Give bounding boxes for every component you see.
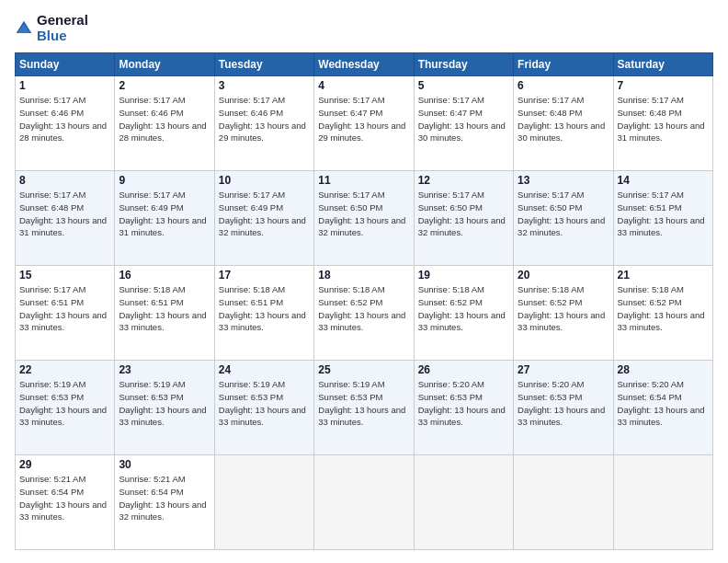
day-info: Sunrise: 5:19 AM Sunset: 6:53 PM Dayligh…	[219, 378, 310, 429]
calendar-day-cell: 29 Sunrise: 5:21 AM Sunset: 6:54 PM Dayl…	[16, 455, 115, 550]
day-info: Sunrise: 5:17 AM Sunset: 6:48 PM Dayligh…	[19, 189, 110, 239]
calendar-day-cell	[514, 455, 613, 550]
day-number: 20	[518, 269, 609, 282]
day-number: 3	[219, 79, 310, 92]
day-number: 25	[318, 363, 409, 376]
day-number: 28	[618, 363, 709, 376]
day-number: 27	[518, 363, 609, 376]
day-number: 14	[618, 174, 709, 187]
calendar-day-cell: 17 Sunrise: 5:18 AM Sunset: 6:51 PM Dayl…	[214, 266, 313, 361]
weekday-header: Monday	[115, 53, 214, 76]
calendar-header-row: SundayMondayTuesdayWednesdayThursdayFrid…	[16, 53, 713, 76]
day-number: 23	[119, 363, 210, 376]
logo: General Blue	[15, 13, 88, 43]
day-info: Sunrise: 5:17 AM Sunset: 6:46 PM Dayligh…	[19, 94, 110, 144]
calendar-week-row: 1 Sunrise: 5:17 AM Sunset: 6:46 PM Dayli…	[16, 76, 713, 171]
day-number: 19	[418, 269, 509, 282]
calendar-day-cell: 18 Sunrise: 5:18 AM Sunset: 6:52 PM Dayl…	[314, 266, 414, 361]
day-info: Sunrise: 5:17 AM Sunset: 6:46 PM Dayligh…	[119, 94, 210, 144]
day-info: Sunrise: 5:21 AM Sunset: 6:54 PM Dayligh…	[19, 473, 110, 523]
calendar-day-cell: 14 Sunrise: 5:17 AM Sunset: 6:51 PM Dayl…	[613, 171, 712, 266]
day-info: Sunrise: 5:18 AM Sunset: 6:52 PM Dayligh…	[618, 283, 709, 334]
day-info: Sunrise: 5:17 AM Sunset: 6:50 PM Dayligh…	[518, 189, 609, 239]
day-info: Sunrise: 5:17 AM Sunset: 6:49 PM Dayligh…	[119, 189, 210, 239]
day-number: 11	[318, 174, 409, 187]
day-number: 26	[418, 363, 509, 376]
day-info: Sunrise: 5:21 AM Sunset: 6:54 PM Dayligh…	[119, 473, 210, 523]
calendar-day-cell: 10 Sunrise: 5:17 AM Sunset: 6:49 PM Dayl…	[214, 171, 313, 266]
calendar-day-cell	[613, 455, 712, 550]
day-number: 29	[19, 458, 110, 471]
calendar-day-cell: 26 Sunrise: 5:20 AM Sunset: 6:53 PM Dayl…	[414, 361, 513, 455]
weekday-header: Saturday	[613, 53, 712, 76]
day-info: Sunrise: 5:20 AM Sunset: 6:54 PM Dayligh…	[618, 378, 709, 429]
day-number: 10	[219, 174, 310, 187]
calendar-day-cell: 7 Sunrise: 5:17 AM Sunset: 6:48 PM Dayli…	[613, 76, 712, 171]
day-info: Sunrise: 5:19 AM Sunset: 6:53 PM Dayligh…	[318, 378, 409, 429]
day-info: Sunrise: 5:17 AM Sunset: 6:49 PM Dayligh…	[219, 189, 310, 239]
logo-icon	[15, 19, 33, 38]
day-info: Sunrise: 5:19 AM Sunset: 6:53 PM Dayligh…	[19, 378, 110, 429]
calendar-day-cell: 13 Sunrise: 5:17 AM Sunset: 6:50 PM Dayl…	[514, 171, 613, 266]
day-number: 1	[19, 79, 110, 92]
day-info: Sunrise: 5:17 AM Sunset: 6:50 PM Dayligh…	[318, 189, 409, 239]
day-number: 7	[618, 79, 709, 92]
day-info: Sunrise: 5:17 AM Sunset: 6:47 PM Dayligh…	[418, 94, 509, 144]
day-number: 18	[318, 269, 409, 282]
day-info: Sunrise: 5:17 AM Sunset: 6:51 PM Dayligh…	[19, 283, 110, 334]
day-info: Sunrise: 5:17 AM Sunset: 6:48 PM Dayligh…	[518, 94, 609, 144]
calendar-day-cell: 8 Sunrise: 5:17 AM Sunset: 6:48 PM Dayli…	[16, 171, 115, 266]
calendar-day-cell: 22 Sunrise: 5:19 AM Sunset: 6:53 PM Dayl…	[16, 361, 115, 455]
calendar-body: 1 Sunrise: 5:17 AM Sunset: 6:46 PM Dayli…	[16, 76, 713, 550]
day-number: 15	[19, 269, 110, 282]
calendar-table: SundayMondayTuesdayWednesdayThursdayFrid…	[15, 52, 713, 550]
day-number: 22	[19, 363, 110, 376]
calendar-day-cell: 19 Sunrise: 5:18 AM Sunset: 6:52 PM Dayl…	[414, 266, 513, 361]
calendar-day-cell: 9 Sunrise: 5:17 AM Sunset: 6:49 PM Dayli…	[115, 171, 214, 266]
calendar-day-cell: 16 Sunrise: 5:18 AM Sunset: 6:51 PM Dayl…	[115, 266, 214, 361]
calendar-day-cell: 25 Sunrise: 5:19 AM Sunset: 6:53 PM Dayl…	[314, 361, 414, 455]
calendar-day-cell	[214, 455, 313, 550]
day-info: Sunrise: 5:18 AM Sunset: 6:51 PM Dayligh…	[119, 283, 210, 334]
day-number: 13	[518, 174, 609, 187]
day-info: Sunrise: 5:17 AM Sunset: 6:48 PM Dayligh…	[618, 94, 709, 144]
day-info: Sunrise: 5:18 AM Sunset: 6:52 PM Dayligh…	[518, 283, 609, 334]
calendar-day-cell: 24 Sunrise: 5:19 AM Sunset: 6:53 PM Dayl…	[214, 361, 313, 455]
weekday-header: Tuesday	[214, 53, 313, 76]
day-number: 30	[119, 458, 210, 471]
calendar-day-cell: 20 Sunrise: 5:18 AM Sunset: 6:52 PM Dayl…	[514, 266, 613, 361]
header: General Blue	[15, 13, 713, 43]
logo-text: General Blue	[37, 13, 88, 43]
page: General Blue SundayMondayTuesdayWednesda…	[0, 0, 728, 563]
day-number: 16	[119, 269, 210, 282]
calendar-day-cell: 23 Sunrise: 5:19 AM Sunset: 6:53 PM Dayl…	[115, 361, 214, 455]
calendar-day-cell: 15 Sunrise: 5:17 AM Sunset: 6:51 PM Dayl…	[16, 266, 115, 361]
weekday-header: Sunday	[16, 53, 115, 76]
weekday-header: Wednesday	[314, 53, 414, 76]
day-info: Sunrise: 5:17 AM Sunset: 6:46 PM Dayligh…	[219, 94, 310, 144]
calendar-day-cell: 27 Sunrise: 5:20 AM Sunset: 6:53 PM Dayl…	[514, 361, 613, 455]
day-number: 24	[219, 363, 310, 376]
day-info: Sunrise: 5:20 AM Sunset: 6:53 PM Dayligh…	[418, 378, 509, 429]
day-info: Sunrise: 5:18 AM Sunset: 6:52 PM Dayligh…	[318, 283, 409, 334]
day-info: Sunrise: 5:19 AM Sunset: 6:53 PM Dayligh…	[119, 378, 210, 429]
calendar-day-cell: 4 Sunrise: 5:17 AM Sunset: 6:47 PM Dayli…	[314, 76, 414, 171]
day-info: Sunrise: 5:17 AM Sunset: 6:50 PM Dayligh…	[418, 189, 509, 239]
calendar-day-cell	[414, 455, 513, 550]
calendar-week-row: 29 Sunrise: 5:21 AM Sunset: 6:54 PM Dayl…	[16, 455, 713, 550]
calendar-day-cell: 1 Sunrise: 5:17 AM Sunset: 6:46 PM Dayli…	[16, 76, 115, 171]
calendar-week-row: 8 Sunrise: 5:17 AM Sunset: 6:48 PM Dayli…	[16, 171, 713, 266]
calendar-day-cell: 12 Sunrise: 5:17 AM Sunset: 6:50 PM Dayl…	[414, 171, 513, 266]
day-info: Sunrise: 5:18 AM Sunset: 6:52 PM Dayligh…	[418, 283, 509, 334]
day-info: Sunrise: 5:18 AM Sunset: 6:51 PM Dayligh…	[219, 283, 310, 334]
day-number: 5	[418, 79, 509, 92]
day-info: Sunrise: 5:17 AM Sunset: 6:51 PM Dayligh…	[618, 189, 709, 239]
calendar-day-cell: 5 Sunrise: 5:17 AM Sunset: 6:47 PM Dayli…	[414, 76, 513, 171]
calendar-day-cell: 11 Sunrise: 5:17 AM Sunset: 6:50 PM Dayl…	[314, 171, 414, 266]
calendar-day-cell: 30 Sunrise: 5:21 AM Sunset: 6:54 PM Dayl…	[115, 455, 214, 550]
calendar-day-cell: 6 Sunrise: 5:17 AM Sunset: 6:48 PM Dayli…	[514, 76, 613, 171]
calendar-week-row: 22 Sunrise: 5:19 AM Sunset: 6:53 PM Dayl…	[16, 361, 713, 455]
day-info: Sunrise: 5:20 AM Sunset: 6:53 PM Dayligh…	[518, 378, 609, 429]
day-number: 21	[618, 269, 709, 282]
day-number: 6	[518, 79, 609, 92]
